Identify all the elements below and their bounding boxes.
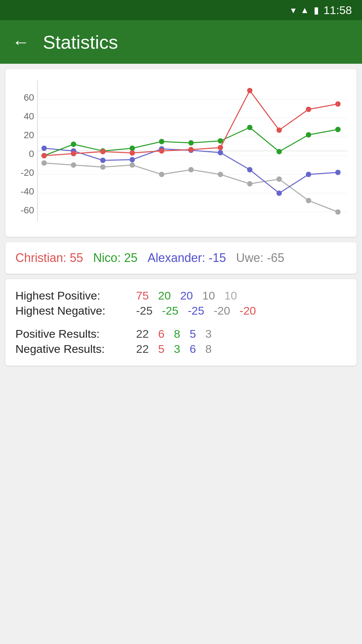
hp-nico: 20 — [158, 289, 171, 302]
hn-christian: -25 — [136, 304, 153, 317]
negative-results-label: Negative Results: — [15, 342, 136, 356]
legend-alexander: Alexander: -15 — [147, 251, 226, 265]
svg-point-52 — [130, 150, 135, 156]
svg-point-53 — [159, 148, 164, 154]
svg-point-49 — [42, 153, 47, 158]
svg-point-36 — [306, 172, 311, 177]
highest-negative-values: -25 -25 -25 -20 -20 — [136, 304, 256, 317]
legend-nico: Nico: 25 — [93, 251, 137, 265]
back-button[interactable]: ← — [12, 33, 29, 51]
nr-count: 22 — [136, 342, 149, 356]
svg-point-50 — [71, 151, 76, 156]
svg-point-23 — [247, 181, 252, 186]
svg-point-30 — [130, 157, 135, 162]
pr-christian: 6 — [158, 327, 165, 340]
highest-negative-row: Highest Negative: -25 -25 -25 -20 -20 — [15, 304, 347, 317]
nr-christian: 5 — [158, 342, 165, 356]
svg-point-18 — [100, 164, 106, 170]
svg-text:-60: -60 — [20, 205, 34, 215]
positive-results-label: Positive Results: — [15, 327, 136, 340]
pr-uwe: 3 — [205, 327, 212, 340]
svg-point-39 — [71, 142, 76, 147]
svg-point-48 — [335, 127, 341, 132]
main-content: 60 40 20 0 -20 -40 -60 — [0, 64, 362, 371]
svg-point-46 — [277, 149, 282, 154]
svg-point-34 — [247, 167, 252, 172]
svg-point-21 — [188, 167, 194, 172]
chart-container: 60 40 20 0 -20 -40 -60 — [11, 77, 351, 231]
hn-nico: -25 — [162, 304, 178, 317]
legend-card: Christian: 55 Nico: 25 Alexander: -15 Uw… — [5, 242, 357, 274]
battery-icon: ▮ — [314, 5, 319, 16]
status-time: 11:58 — [323, 4, 352, 17]
status-icons: ▾ ▲ ▮ 11:58 — [291, 4, 352, 17]
status-bar: ▾ ▲ ▮ 11:58 — [0, 0, 362, 20]
line-chart: 60 40 20 0 -20 -40 -60 — [11, 77, 351, 231]
hn-alexander: -25 — [188, 304, 204, 317]
svg-text:-20: -20 — [20, 167, 34, 178]
highest-positive-values: 75 20 20 10 10 — [136, 289, 237, 302]
legend-uwe: Uwe: -65 — [236, 251, 284, 265]
negative-results-values: 22 5 3 6 8 — [136, 342, 212, 356]
svg-point-59 — [335, 101, 341, 107]
pr-nico: 8 — [174, 327, 180, 340]
svg-point-42 — [159, 139, 164, 144]
svg-point-44 — [218, 138, 223, 144]
hp-uwe: 10 — [202, 289, 215, 302]
svg-point-19 — [130, 162, 135, 168]
hp-alexander: 20 — [180, 289, 193, 302]
svg-point-56 — [247, 88, 252, 93]
nr-alexander: 6 — [190, 342, 196, 356]
svg-point-24 — [277, 176, 282, 182]
negative-results-row: Negative Results: 22 5 3 6 8 — [15, 342, 347, 356]
svg-point-35 — [277, 191, 282, 196]
pr-alexander: 5 — [190, 327, 196, 340]
nr-nico: 3 — [174, 342, 180, 356]
app-bar: ← Statistics — [0, 20, 362, 64]
svg-point-29 — [100, 158, 106, 163]
hp-christian: 75 — [136, 289, 149, 302]
highest-positive-label: Highest Positive: — [15, 289, 136, 302]
svg-text:0: 0 — [29, 149, 34, 159]
svg-point-45 — [247, 125, 252, 130]
svg-text:-40: -40 — [20, 186, 34, 197]
signal-icon: ▲ — [300, 5, 309, 15]
svg-point-20 — [159, 172, 164, 177]
pr-count: 22 — [136, 327, 149, 340]
highest-negative-label: Highest Negative: — [15, 304, 136, 317]
svg-point-41 — [130, 146, 135, 151]
chart-card: 60 40 20 0 -20 -40 -60 — [5, 69, 357, 237]
svg-text:20: 20 — [24, 130, 34, 140]
highest-positive-row: Highest Positive: 75 20 20 10 10 — [15, 289, 347, 302]
svg-text:40: 40 — [24, 111, 34, 121]
svg-point-27 — [42, 146, 47, 151]
positive-results-values: 22 6 8 5 3 — [136, 327, 212, 340]
nr-uwe: 8 — [205, 342, 212, 356]
page-title: Statistics — [43, 31, 118, 53]
legend-christian: Christian: 55 — [15, 251, 83, 265]
svg-point-51 — [100, 149, 106, 154]
hn-extra: -20 — [240, 304, 256, 317]
hn-uwe: -20 — [214, 304, 230, 317]
svg-point-17 — [71, 162, 76, 168]
svg-point-37 — [335, 170, 341, 175]
positive-results-row: Positive Results: 22 6 8 5 3 — [15, 327, 347, 340]
svg-point-25 — [306, 198, 311, 203]
svg-point-33 — [218, 150, 223, 155]
svg-point-26 — [335, 209, 341, 215]
svg-point-58 — [306, 107, 311, 112]
hp-extra: 10 — [224, 289, 237, 302]
wifi-icon: ▾ — [291, 5, 296, 16]
svg-text:60: 60 — [24, 92, 34, 103]
svg-point-22 — [218, 172, 223, 177]
svg-point-47 — [306, 132, 311, 138]
svg-point-54 — [188, 147, 194, 152]
svg-point-43 — [188, 140, 194, 146]
svg-point-16 — [42, 160, 47, 166]
svg-point-57 — [277, 127, 282, 133]
svg-point-55 — [218, 145, 223, 150]
stats-card: Highest Positive: 75 20 20 10 10 Highest… — [5, 279, 357, 366]
